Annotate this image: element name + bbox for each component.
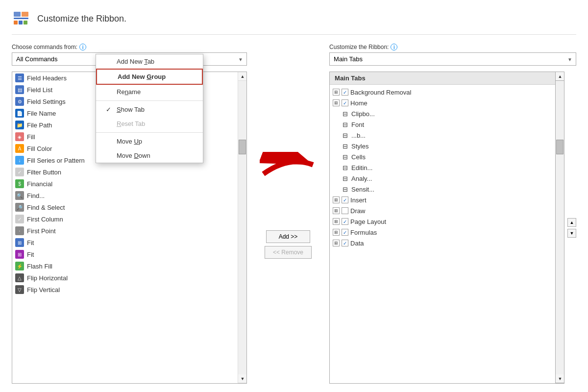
list-item[interactable]: 🔍 Find... — [12, 190, 246, 201]
ctx-item-label: Rename — [117, 88, 141, 96]
flip-h-icon: △ — [15, 273, 24, 282]
right-dropdown[interactable]: Main Tabs — [329, 52, 576, 66]
right-dropdown-wrapper[interactable]: Main Tabs — [329, 52, 576, 66]
right-scroll-thumb — [556, 140, 564, 154]
right-column: Customize the Ribbon: i Main Tabs Main T… — [329, 44, 576, 384]
right-list-item[interactable]: ⊟Clipbo... — [330, 108, 555, 119]
list-item-label: Fit — [27, 239, 244, 246]
remove-button[interactable]: << Remove — [265, 246, 312, 259]
right-list-item[interactable]: ⊟Analy... — [330, 173, 555, 184]
checkbox[interactable]: ✓ — [342, 89, 348, 96]
right-list-item[interactable]: ⊞✓Home — [330, 98, 555, 108]
field-settings-icon: ⚙ — [15, 97, 24, 106]
expand-btn[interactable]: ⊞ — [333, 207, 340, 214]
right-list-item[interactable]: ⊞✓Insert — [330, 195, 555, 205]
financial-icon: $ — [15, 179, 24, 188]
scroll-down-btn[interactable]: ▼ — [238, 374, 247, 383]
right-list-item[interactable]: ⊟Editin... — [330, 162, 555, 173]
svg-rect-5 — [24, 21, 27, 24]
scroll-up-btn[interactable]: ▲ — [238, 72, 247, 81]
context-menu: Add New TabAdd New GroupRename✓Show TabR… — [96, 54, 203, 163]
list-item-label: Find... — [27, 192, 244, 199]
main-tabs-header: Main Tabs — [330, 72, 555, 85]
right-list-item[interactable]: ⊞✓Background Removal — [330, 87, 555, 98]
first-point-icon: · — [15, 226, 24, 235]
left-info-icon: i — [79, 44, 86, 50]
flash-fill-icon: ⚡ — [15, 262, 24, 270]
checkbox[interactable]: ✓ — [342, 218, 348, 225]
left-scrollbar[interactable]: ▲ ▼ — [238, 72, 246, 383]
right-list-item[interactable]: ⊟Font — [330, 119, 555, 130]
expand-btn[interactable]: ⊞ — [333, 99, 340, 106]
list-item[interactable]: ⊞ Fit — [12, 237, 246, 248]
right-list-item[interactable]: ⊞✓Data — [330, 238, 555, 248]
file-path-icon: 📁 — [15, 121, 24, 129]
move-up-btn[interactable]: ▲ — [567, 218, 576, 227]
checkbox[interactable]: ✓ — [342, 229, 348, 236]
right-list-item[interactable]: ⊞✓Formulas — [330, 227, 555, 238]
right-col-label: Customize the Ribbon: i — [329, 44, 576, 50]
ctx-item-label: Move Down — [117, 152, 150, 159]
list-item[interactable]: ⚡ Flash Fill — [12, 260, 246, 272]
right-list-item-label: Background Removal — [350, 89, 411, 96]
list-item[interactable]: · First Point ▶ — [12, 225, 246, 237]
expand-btn[interactable]: ⊞ — [333, 229, 340, 236]
checkbox[interactable]: ✓ — [342, 99, 348, 106]
expand-btn[interactable]: ⊞ — [333, 218, 340, 225]
right-list-item-label: Home — [350, 99, 368, 107]
list-item-label: Filter Button — [27, 169, 244, 176]
checkbox[interactable]: ✓ — [342, 240, 348, 246]
dialog-title: Customize the Ribbon. — [37, 14, 126, 24]
add-button[interactable]: Add >> — [266, 230, 310, 243]
right-list-item[interactable]: ⊞✓Page Layout — [330, 216, 555, 227]
right-list-item[interactable]: ⊟Cells — [330, 151, 555, 162]
list-item[interactable]: 🔎 Find & Select ▶ — [12, 201, 246, 213]
context-menu-item[interactable]: Move Up — [96, 134, 203, 148]
fill-color-icon: A — [15, 144, 24, 153]
move-down-btn[interactable]: ▼ — [567, 229, 576, 238]
context-menu-item[interactable]: ✓Show Tab — [96, 102, 203, 117]
ctx-item-label: Add New Group — [118, 73, 166, 80]
right-list-item[interactable]: ⊟Sensit... — [330, 184, 555, 195]
list-item[interactable]: ⊞ Fit — [12, 248, 246, 260]
right-info-icon: i — [391, 44, 397, 50]
right-list-item[interactable]: ⊞Draw — [330, 205, 555, 216]
list-item-label: Flip Vertical — [27, 286, 244, 294]
list-item[interactable]: ✓ First Column — [12, 213, 246, 225]
svg-rect-3 — [14, 21, 18, 24]
list-item[interactable]: △ Flip Horizontal — [12, 272, 246, 284]
right-list-inner[interactable]: ⊞✓Background Removal⊞✓Home⊟Clipbo...⊟Fon… — [330, 85, 555, 383]
right-list-item[interactable]: ⊟Styles — [330, 141, 555, 151]
checkbox[interactable] — [342, 207, 348, 214]
expand-btn[interactable]: ⊞ — [333, 240, 340, 246]
list-item-label: First Column — [27, 216, 244, 223]
ctx-item-label: Reset Tab — [117, 120, 145, 127]
field-headers-icon: ☰ — [15, 74, 24, 82]
list-item-label: Find & Select — [27, 204, 237, 211]
first-column-icon: ✓ — [15, 215, 24, 223]
checkbox[interactable]: ✓ — [342, 196, 348, 203]
context-menu-item[interactable]: Add New Group — [96, 69, 203, 85]
context-menu-item[interactable]: Add New Tab — [96, 54, 203, 69]
list-item-label: Financial — [27, 180, 237, 188]
expand-btn[interactable]: ⊞ — [333, 89, 340, 96]
right-list-item[interactable]: ⊟...b... — [330, 130, 555, 141]
find-icon: 🔍 — [15, 191, 24, 200]
list-item-label: Flash Fill — [27, 263, 244, 270]
list-item[interactable]: ✓ Filter Button — [12, 166, 246, 178]
right-scroll-up[interactable]: ▲ — [556, 72, 564, 81]
customize-ribbon-dialog: Customize the Ribbon. Choose commands fr… — [0, 0, 588, 392]
context-menu-item[interactable]: Move Down — [96, 148, 203, 163]
list-item[interactable]: $ Financial ▶ — [12, 178, 246, 190]
filter-button-icon: ✓ — [15, 168, 24, 176]
right-scrollbar[interactable]: ▲ ▼ — [555, 72, 564, 383]
list-item-label: Flip Horizontal — [27, 274, 244, 282]
context-menu-item[interactable]: Rename — [96, 85, 203, 99]
svg-rect-2 — [14, 18, 28, 19]
scroll-thumb — [239, 140, 246, 154]
right-scroll-down[interactable]: ▼ — [556, 374, 564, 383]
list-item[interactable]: ▽ Flip Vertical — [12, 284, 246, 295]
fit-icon: ⊞ — [15, 238, 24, 247]
expand-btn[interactable]: ⊞ — [333, 196, 340, 203]
list-item-label: First Point — [27, 227, 237, 235]
